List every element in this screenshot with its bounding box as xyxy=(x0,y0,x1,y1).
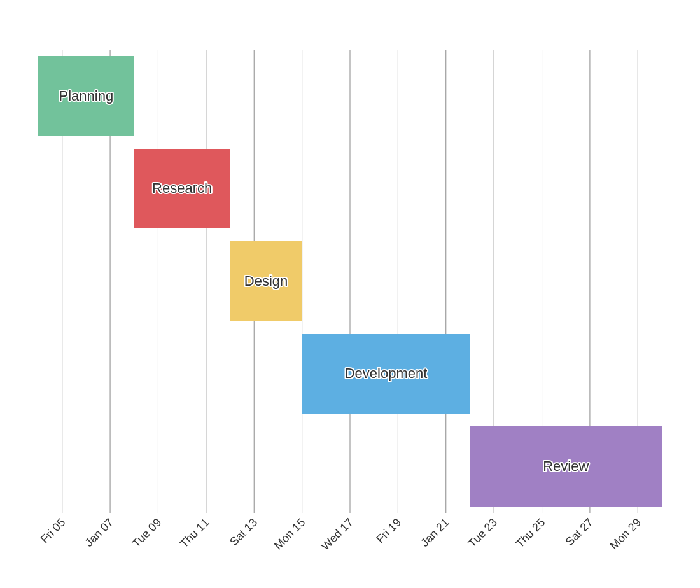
gantt-chart: Fri 05Jan 07Tue 09Thu 11Sat 13Mon 15Wed … xyxy=(0,0,700,588)
x-tick-label: Fri 19 xyxy=(374,516,404,546)
x-tick-label: Fri 05 xyxy=(38,516,68,546)
x-tick-label: Jan 07 xyxy=(83,516,116,549)
gantt-bar-label: Development xyxy=(345,365,428,381)
x-tick-label: Mon 29 xyxy=(608,516,644,552)
gantt-bar-label: Planning xyxy=(59,88,114,104)
x-tick-label: Tue 09 xyxy=(130,516,164,550)
x-tick-label: Mon 15 xyxy=(272,516,308,552)
x-tick-label: Jan 21 xyxy=(418,516,451,549)
gantt-bar-label: Review xyxy=(543,458,589,474)
gantt-bar-label: Research xyxy=(152,180,212,196)
x-tick-label: Thu 25 xyxy=(514,516,548,550)
x-tick-label: Thu 11 xyxy=(178,516,212,550)
gantt-bar-label: Design xyxy=(244,273,288,289)
x-tick-label: Tue 23 xyxy=(466,516,500,550)
x-tick-label: Wed 17 xyxy=(319,516,356,553)
x-tick-label: Sat 13 xyxy=(227,516,260,549)
x-tick-label: Sat 27 xyxy=(563,516,596,549)
